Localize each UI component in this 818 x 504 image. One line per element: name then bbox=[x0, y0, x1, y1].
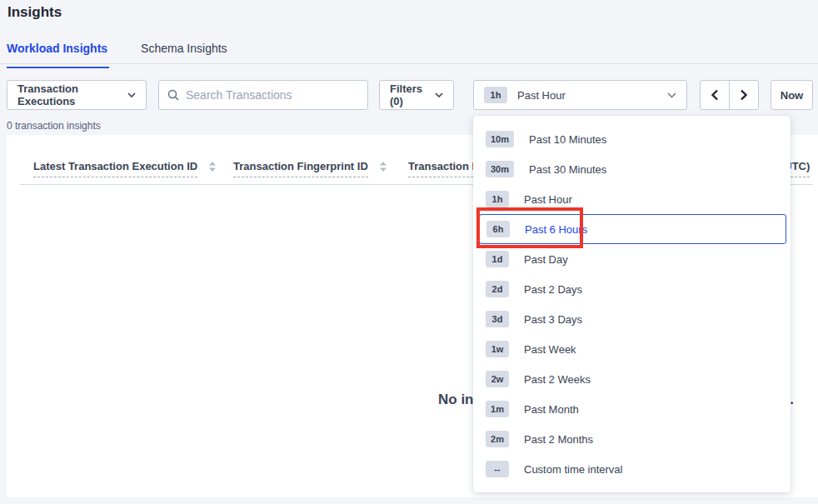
sort-icon[interactable] bbox=[209, 160, 216, 172]
time-option-1h[interactable]: 1hPast Hour bbox=[473, 184, 791, 214]
column-header[interactable]: Latest Transaction Execution ID bbox=[33, 160, 216, 177]
time-option-badge: 1d bbox=[486, 251, 509, 267]
time-option-badge: 3d bbox=[486, 311, 509, 327]
search-box[interactable] bbox=[158, 80, 368, 110]
time-range-arrow-group bbox=[700, 80, 759, 110]
time-option-badge: 1m bbox=[486, 401, 509, 417]
insight-type-select-label: Transaction Executions bbox=[17, 82, 127, 107]
sort-icon[interactable] bbox=[380, 160, 387, 172]
chevron-down-icon bbox=[667, 92, 676, 98]
time-option-badge: 30m bbox=[486, 161, 514, 177]
time-option-30m[interactable]: 30mPast 30 Minutes bbox=[473, 154, 791, 184]
chevron-down-icon bbox=[435, 92, 443, 97]
time-option-custom[interactable]: --Custom time interval bbox=[473, 454, 791, 484]
time-option-badge: 1w bbox=[486, 341, 509, 357]
time-option-label: Past 30 Minutes bbox=[529, 163, 606, 176]
time-option-label: Past 6 Hours bbox=[525, 223, 587, 236]
time-option-label: Past Month bbox=[524, 403, 579, 416]
page-title: Insights bbox=[7, 4, 62, 21]
time-option-badge: 2w bbox=[486, 371, 509, 387]
time-range-badge: 1h bbox=[484, 87, 507, 103]
time-option-badge: 6h bbox=[486, 221, 510, 237]
bottom-strip bbox=[0, 497, 818, 504]
column-header-label[interactable]: Transaction Fingerprint ID bbox=[233, 160, 368, 177]
time-option-badge: 10m bbox=[486, 131, 514, 147]
insight-type-select[interactable]: Transaction Executions bbox=[7, 80, 147, 110]
search-input[interactable] bbox=[186, 88, 352, 102]
time-option-label: Past 2 Months bbox=[524, 433, 593, 446]
time-range-dropdown-trigger[interactable]: 1h Past Hour bbox=[473, 80, 687, 110]
time-option-1d[interactable]: 1dPast Day bbox=[473, 244, 791, 274]
time-option-10m[interactable]: 10mPast 10 Minutes bbox=[473, 124, 791, 154]
column-header-label[interactable]: Latest Transaction Execution ID bbox=[33, 160, 197, 177]
time-option-label: Past 2 Days bbox=[524, 283, 582, 296]
time-option-1m[interactable]: 1mPast Month bbox=[473, 394, 791, 424]
search-icon bbox=[167, 89, 179, 101]
time-option-label: Past 2 Weeks bbox=[524, 373, 591, 386]
time-option-label: Past 3 Days bbox=[524, 313, 582, 326]
chevron-down-icon bbox=[127, 92, 136, 97]
time-range-label: Past Hour bbox=[517, 89, 566, 102]
time-option-3d[interactable]: 3dPast 3 Days bbox=[473, 304, 791, 334]
time-option-label: Past 10 Minutes bbox=[529, 133, 606, 146]
time-option-6h[interactable]: 6hPast 6 Hours bbox=[479, 214, 786, 244]
filters-button-label: Filters (0) bbox=[390, 82, 435, 107]
time-option-2d[interactable]: 2dPast 2 Days bbox=[473, 274, 791, 304]
time-option-2m[interactable]: 2mPast 2 Months bbox=[473, 424, 791, 454]
time-option-2w[interactable]: 2wPast 2 Weeks bbox=[473, 364, 791, 394]
time-option-badge: 2m bbox=[486, 431, 509, 447]
filters-button[interactable]: Filters (0) bbox=[379, 80, 454, 110]
time-option-1w[interactable]: 1wPast Week bbox=[473, 334, 791, 364]
time-option-label: Past Day bbox=[524, 253, 568, 266]
time-option-badge: 2d bbox=[486, 281, 509, 297]
next-time-range-button[interactable] bbox=[730, 81, 759, 109]
time-range-dropdown-menu: 10mPast 10 Minutes30mPast 30 Minutes1hPa… bbox=[473, 116, 791, 492]
time-option-badge: 1h bbox=[486, 191, 509, 207]
previous-time-range-button[interactable] bbox=[701, 81, 730, 109]
time-option-label: Custom time interval bbox=[524, 463, 622, 476]
time-option-badge: -- bbox=[486, 461, 509, 477]
time-option-label: Past Hour bbox=[524, 193, 572, 206]
insights-count-text: 0 transaction insights bbox=[7, 120, 101, 132]
time-option-label: Past Week bbox=[524, 343, 576, 356]
now-button[interactable]: Now bbox=[771, 80, 813, 110]
column-header[interactable]: Transaction Fingerprint ID bbox=[233, 160, 387, 177]
tab-divider bbox=[0, 63, 818, 64]
